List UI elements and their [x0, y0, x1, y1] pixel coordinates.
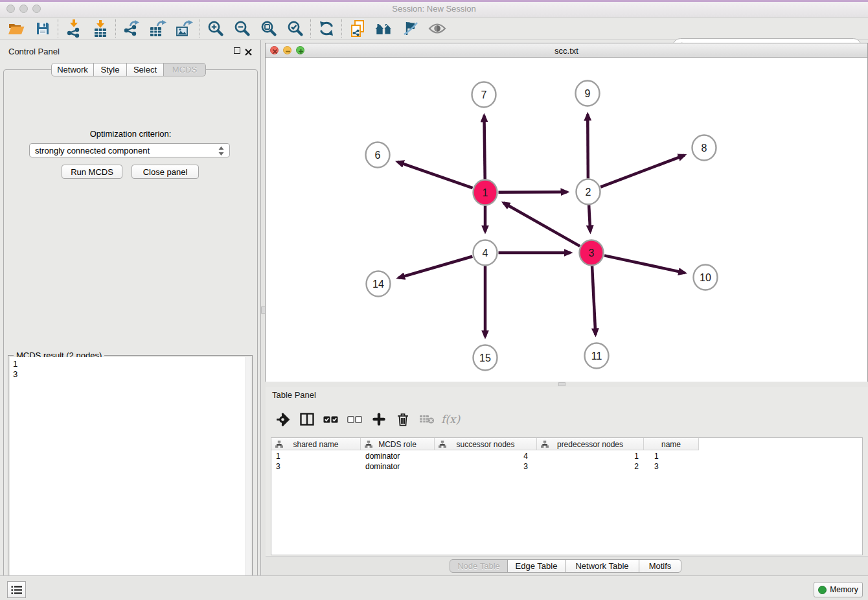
network-window-titlebar[interactable]: scc.txt — [266, 43, 867, 58]
graph-edge-1-6[interactable] — [398, 162, 473, 189]
mcds-scrollbar[interactable] — [246, 357, 251, 600]
clone-network-button[interactable] — [344, 18, 371, 40]
column-header-mcds-role[interactable]: MCDS role — [361, 438, 435, 450]
graph-node-6[interactable]: 6 — [366, 143, 390, 168]
run-mcds-button[interactable]: Run MCDS — [62, 165, 122, 179]
tab-edge-table[interactable]: Edge Table — [507, 559, 565, 573]
function-builder-button[interactable]: f(x) — [439, 407, 463, 432]
table-options-button[interactable] — [271, 407, 295, 432]
tab-network[interactable]: Network — [51, 63, 94, 76]
table-cell[interactable]: 3 — [435, 461, 537, 472]
table-cell[interactable]: dominator — [361, 451, 435, 461]
criterion-select[interactable]: strongly connected component — [29, 143, 230, 157]
graph-edge-1-2[interactable] — [498, 192, 567, 192]
close-panel-icon[interactable] — [245, 47, 252, 58]
export-network-button[interactable] — [118, 18, 144, 40]
close-panel-button[interactable]: Close panel — [131, 165, 199, 179]
table-row[interactable]: 1dominator411 — [271, 451, 699, 461]
graph-node-15[interactable]: 15 — [474, 345, 497, 371]
mcds-result-text[interactable]: 1 3 — [10, 357, 246, 600]
graph-node-9[interactable]: 9 — [576, 81, 600, 106]
node-label: 11 — [591, 351, 602, 362]
column-header-successor-nodes[interactable]: successor nodes — [435, 438, 537, 450]
save-session-button[interactable] — [29, 18, 56, 40]
tab-style[interactable]: Style — [93, 63, 127, 76]
table-cell[interactable]: dominator — [361, 461, 435, 472]
show-columns-button[interactable] — [295, 407, 319, 432]
tab-network-table[interactable]: Network Table — [565, 559, 639, 573]
graph-node-2[interactable]: 2 — [577, 179, 600, 205]
graph-edge-1-7[interactable] — [484, 115, 485, 179]
table-row[interactable]: 3dominator323 — [271, 461, 699, 472]
export-image-button[interactable] — [171, 18, 198, 40]
show-hide-button[interactable] — [424, 18, 450, 40]
graph-node-8[interactable]: 8 — [692, 135, 716, 161]
graph-node-11[interactable]: 11 — [585, 343, 609, 369]
graph-edge-2-3[interactable] — [589, 205, 590, 231]
table-cell[interactable]: 4 — [435, 451, 537, 461]
export-table-button[interactable] — [144, 18, 171, 40]
open-session-button[interactable] — [3, 18, 29, 40]
horizontal-splitter[interactable] — [266, 382, 868, 387]
attribute-icon — [365, 441, 372, 448]
optimization-criterion-label: Optimization criterion: — [0, 129, 261, 139]
table-cell[interactable]: 3 — [644, 461, 699, 472]
table-cell[interactable]: 3 — [271, 461, 361, 472]
zoom-in-button[interactable] — [202, 18, 229, 40]
zoom-out-button[interactable] — [229, 18, 255, 40]
tab-select[interactable]: Select — [126, 63, 164, 76]
graph-node-14[interactable]: 14 — [367, 271, 391, 297]
column-header-name[interactable]: name — [644, 438, 699, 450]
table-cell[interactable]: 1 — [537, 451, 644, 461]
column-header-shared-name[interactable]: shared name — [271, 438, 361, 450]
add-icon — [372, 413, 385, 426]
table-cell[interactable]: 1 — [271, 451, 361, 461]
task-history-button[interactable] — [7, 581, 26, 598]
add-column-button[interactable] — [367, 407, 391, 432]
tab-mcds[interactable]: MCDS — [163, 63, 206, 76]
graph-edge-4-14[interactable] — [398, 257, 472, 278]
graph-edge-3-1[interactable] — [503, 203, 580, 246]
network-file-title: scc.txt — [266, 46, 867, 56]
zoom-selected-button[interactable] — [282, 18, 308, 40]
tab-node-table[interactable]: Node Table — [450, 559, 508, 573]
float-panel-icon[interactable] — [234, 47, 240, 54]
graph-node-4[interactable]: 4 — [474, 240, 497, 266]
select-all-icon — [323, 416, 338, 423]
graph-edge-3-11[interactable] — [592, 266, 595, 334]
clone-network-icon — [350, 20, 365, 38]
save-icon — [36, 21, 50, 36]
delete-icon — [397, 413, 409, 426]
home-layout-button[interactable] — [371, 18, 397, 40]
list-icon — [11, 585, 23, 595]
function-icon: f(x) — [441, 413, 460, 426]
graph-node-3[interactable]: 3 — [580, 240, 604, 266]
graph-node-10[interactable]: 10 — [694, 265, 718, 290]
delete-column-button[interactable] — [391, 407, 415, 432]
memory-button[interactable]: Memory — [814, 582, 863, 597]
network-canvas[interactable]: 1234678910111415 — [266, 58, 867, 382]
zoom-fit-icon — [260, 20, 277, 37]
graph-edge-2-9[interactable] — [588, 114, 588, 178]
column-header-predecessor-nodes[interactable]: predecessor nodes — [537, 438, 644, 450]
deselect-all-button[interactable] — [343, 407, 367, 432]
control-panel-tabs: Network Style Select MCDS — [51, 63, 206, 76]
graph-edge-2-8[interactable] — [600, 156, 684, 187]
node-label: 14 — [372, 279, 384, 290]
network-view-window: scc.txt 1234678910111415 — [265, 43, 868, 382]
graph-edge-3-10[interactable] — [604, 255, 685, 273]
select-all-button[interactable] — [319, 407, 343, 432]
import-network-button[interactable] — [60, 18, 87, 40]
table-cell[interactable]: 1 — [644, 451, 699, 461]
graph-node-7[interactable]: 7 — [472, 82, 496, 108]
zoom-fit-button[interactable] — [255, 18, 282, 40]
table-cell[interactable]: 2 — [537, 461, 644, 472]
tab-motifs[interactable]: Motifs — [639, 559, 681, 573]
splitter-handle[interactable] — [558, 382, 565, 386]
export-table-icon — [149, 20, 166, 38]
clear-table-button[interactable] — [415, 407, 439, 432]
hide-labels-button[interactable] — [397, 18, 424, 40]
refresh-button[interactable] — [313, 18, 339, 40]
graph-node-1[interactable]: 1 — [474, 180, 497, 205]
import-table-button[interactable] — [87, 18, 113, 40]
